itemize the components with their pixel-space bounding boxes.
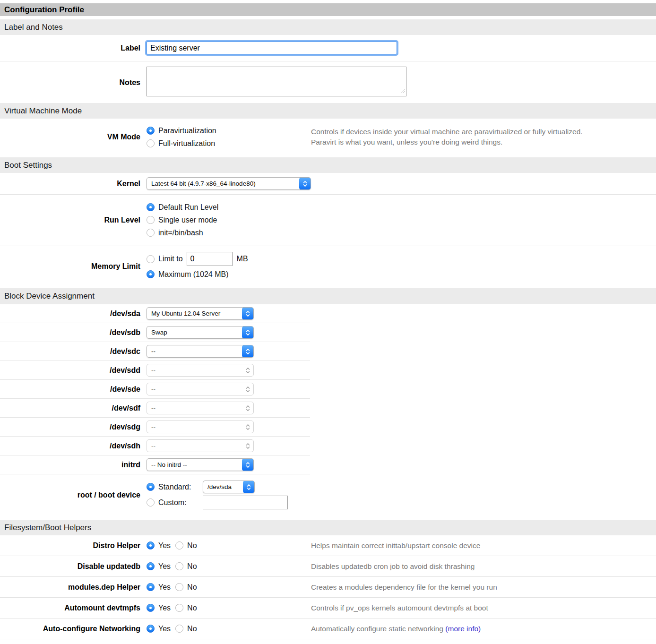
vm-mode-help-text: Controls if devices inside your virtual … — [311, 127, 656, 147]
modules-dep-yes[interactable]: Yes — [147, 583, 171, 592]
radio-selected-icon[interactable] — [147, 562, 155, 570]
device-row-sda: /dev/sda My Ubuntu 12.04 Server — [0, 304, 310, 323]
distro-helper-no[interactable]: No — [175, 541, 197, 550]
yes-label: Yes — [158, 562, 171, 571]
disable-updatedb-no[interactable]: No — [175, 562, 197, 571]
radio-selected-icon[interactable] — [147, 583, 155, 591]
kernel-row: Kernel Latest 64 bit (4.9.7-x86_64-linod… — [0, 173, 656, 195]
automount-devtmpfs-yes[interactable]: Yes — [147, 604, 171, 612]
radio-selected-icon[interactable] — [147, 541, 155, 550]
memory-limit-input[interactable] — [187, 252, 233, 266]
standard-device-select-value: /dev/sda — [207, 483, 232, 490]
memory-limit-option-maximum[interactable]: Maximum (1024 MB) — [147, 268, 248, 281]
notes-textarea[interactable] — [147, 67, 406, 96]
device-sdc-select[interactable]: -- — [147, 345, 254, 358]
device-row-sdf: /dev/sdf -- — [0, 399, 310, 418]
radio-unselected-icon[interactable] — [147, 229, 155, 237]
device-row-sdc: /dev/sdc -- — [0, 342, 310, 361]
radio-selected-icon[interactable] — [147, 604, 155, 612]
helper-help-text-part: Automatically configure static networkin… — [311, 625, 445, 633]
vm-mode-help-line1: Controls if devices inside your virtual … — [311, 127, 647, 137]
vm-mode-option-full-virtualization[interactable]: Full-virtualization — [147, 137, 311, 150]
device-select-value: -- — [151, 386, 155, 393]
modules-dep-no[interactable]: No — [175, 583, 197, 592]
radio-unselected-icon[interactable] — [175, 604, 183, 612]
vm-mode-option-paravirtualization[interactable]: Paravirtualization — [147, 124, 311, 137]
automount-devtmpfs-no[interactable]: No — [175, 604, 197, 612]
radio-selected-icon[interactable] — [147, 483, 155, 491]
standard-device-select[interactable]: /dev/sda — [203, 481, 255, 493]
yes-label: Yes — [158, 625, 171, 633]
radio-unselected-icon[interactable] — [147, 255, 155, 263]
device-row-sde: /dev/sde -- — [0, 380, 310, 399]
device-select-value: -- — [151, 348, 155, 355]
device-row-sdd: /dev/sdd -- — [0, 361, 310, 380]
helper-label: Distro Helper — [0, 541, 144, 550]
helper-help-text: Helps maintain correct inittab/upstart c… — [311, 541, 656, 551]
label-input[interactable] — [147, 42, 397, 54]
radio-unselected-icon[interactable] — [175, 562, 183, 570]
memory-limit-option-limit[interactable]: Limit to — [147, 255, 183, 263]
helper-row-updatedb: Disable updatedb Yes No Disables updated… — [0, 556, 656, 577]
device-label: /dev/sde — [0, 385, 144, 394]
device-label: /dev/sdf — [0, 404, 144, 412]
device-select-value: Swap — [151, 329, 167, 336]
memory-limit-label: Memory Limit — [0, 262, 144, 271]
radio-selected-icon[interactable] — [147, 270, 155, 278]
auto-configure-networking-yes[interactable]: Yes — [147, 625, 171, 633]
disable-updatedb-yes[interactable]: Yes — [147, 562, 171, 571]
radio-unselected-icon[interactable] — [175, 625, 183, 633]
root-boot-device-row: root / boot device Standard: /dev/sda Cu… — [0, 474, 656, 520]
helper-row-distro: Distro Helper Yes No Helps maintain corr… — [0, 535, 656, 556]
run-level-option-default[interactable]: Default Run Level — [147, 201, 218, 214]
select-chevrons-icon — [299, 177, 311, 190]
radio-unselected-icon[interactable] — [175, 583, 183, 591]
run-level-option-single-user[interactable]: Single user mode — [147, 214, 218, 226]
select-chevrons-icon — [242, 383, 254, 395]
radio-selected-icon[interactable] — [147, 127, 155, 135]
label-row: Label — [0, 35, 656, 61]
select-chevrons-icon — [242, 307, 254, 320]
kernel-select[interactable]: Latest 64 bit (4.9.7-x86_64-linode80) — [147, 177, 311, 190]
distro-helper-yes[interactable]: Yes — [147, 541, 171, 550]
radio-unselected-icon[interactable] — [147, 139, 155, 147]
device-select-value: -- — [151, 367, 155, 374]
select-chevrons-icon — [242, 326, 254, 339]
no-label: No — [187, 625, 197, 633]
auto-configure-networking-no[interactable]: No — [175, 625, 197, 633]
helper-label: Auto-configure Networking — [0, 625, 144, 633]
device-label: /dev/sdc — [0, 347, 144, 356]
device-row-initrd: initrd -- No initrd -- — [0, 455, 310, 474]
device-sda-select[interactable]: My Ubuntu 12.04 Server — [147, 307, 254, 320]
page-title: Configuration Profile — [0, 3, 656, 16]
more-info-link[interactable]: (more info) — [445, 625, 481, 633]
radio-unselected-icon[interactable] — [147, 216, 155, 224]
radio-unselected-icon[interactable] — [175, 541, 183, 550]
device-label: /dev/sdg — [0, 423, 144, 431]
select-chevrons-icon — [242, 439, 254, 452]
device-label: initrd — [0, 461, 144, 469]
standard-option-label: Standard: — [158, 483, 199, 491]
initrd-select[interactable]: -- No initrd -- — [147, 458, 254, 471]
helper-help-text: Controls if pv_ops kernels automount dev… — [311, 603, 656, 613]
device-row-sdg: /dev/sdg -- — [0, 418, 310, 437]
custom-device-input[interactable] — [203, 496, 288, 509]
helper-label: Disable updatedb — [0, 562, 144, 571]
device-sdf-select: -- — [147, 402, 254, 414]
radio-selected-icon[interactable] — [147, 625, 155, 633]
section-header-label-and-notes: Label and Notes — [0, 19, 656, 35]
radio-unselected-icon[interactable] — [147, 498, 155, 507]
radio-selected-icon[interactable] — [147, 203, 155, 211]
root-boot-device-label: root / boot device — [0, 491, 144, 499]
device-sdb-select[interactable]: Swap — [147, 326, 254, 339]
resize-grip-icon[interactable] — [401, 87, 406, 95]
section-header-vm-mode: Virtual Machine Mode — [0, 103, 656, 119]
select-chevrons-icon — [242, 345, 254, 358]
helper-row-devtmpfs: Automount devtmpfs Yes No Controls if pv… — [0, 598, 656, 618]
device-row-sdb: /dev/sdb Swap — [0, 323, 310, 342]
run-level-option-init-bash[interactable]: init=/bin/bash — [147, 226, 218, 239]
root-boot-option-custom[interactable]: Custom: — [147, 498, 199, 507]
root-boot-option-standard[interactable]: Standard: — [147, 483, 199, 491]
device-sdg-select: -- — [147, 421, 254, 433]
notes-field-label: Notes — [0, 78, 144, 87]
